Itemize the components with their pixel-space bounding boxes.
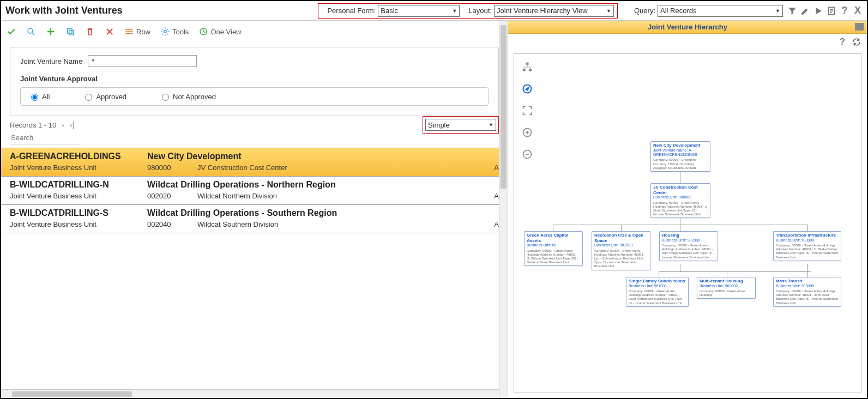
row-bu: 980000	[147, 164, 185, 172]
hierarchy-icon[interactable]	[522, 62, 533, 72]
svg-point-1	[28, 28, 33, 33]
left-panel: Row Tools One View Joint Venture Name Jo…	[1, 21, 508, 398]
table-row[interactable]: B-WILDCATDRILLING-NWildcat Drilling Oper…	[1, 177, 508, 205]
help-icon[interactable]: ?	[837, 37, 847, 47]
row-bu: 002020	[147, 192, 185, 200]
scrollbar-vertical[interactable]	[499, 21, 508, 398]
one-view-menu[interactable]: One View	[198, 27, 241, 37]
document-icon[interactable]	[827, 6, 836, 16]
ok-button[interactable]	[7, 27, 16, 37]
jv-name-label: Joint Venture Name	[20, 57, 82, 65]
row-desc: Wildcat Southern Division	[197, 220, 476, 228]
panel-collapse-icon[interactable]	[855, 23, 864, 31]
close-button[interactable]	[105, 27, 114, 37]
view-mode-select[interactable]: Simple▼	[425, 119, 496, 131]
filter-panel: Joint Venture Name Joint Venture Approva…	[10, 47, 499, 116]
personal-form-label: Personal Form:	[327, 7, 376, 15]
diagram-node[interactable]: Multi-tenant Housing Business Unit: 9820…	[697, 277, 756, 299]
tools-menu[interactable]: Tools	[160, 27, 189, 37]
diagram-node[interactable]: Transportation Infrastructure Business U…	[773, 231, 841, 261]
row-bu: 002040	[147, 220, 185, 228]
jv-name-input[interactable]	[88, 55, 197, 67]
add-button[interactable]	[46, 27, 56, 37]
table-row[interactable]: B-WILDCATDRILLING-SWildcat Drilling Oper…	[1, 205, 508, 233]
records-label: Records 1 - 10	[10, 121, 56, 129]
radio-all[interactable]: All	[28, 92, 50, 101]
row-label: Joint Venture Business Unit	[10, 192, 135, 200]
row-name: Wildcat Drilling Operations - Northern R…	[147, 180, 336, 190]
row-code: B-WILDCATDRILLING-S	[10, 208, 135, 218]
diagram-node[interactable]: Green Acres Capital Assets Business Unit…	[524, 231, 583, 266]
personal-form-select[interactable]: Basic▼	[378, 5, 460, 17]
approval-group: All Approved Not Approved	[20, 87, 489, 106]
diagram-node[interactable]: New City Development Joint Venture Name:…	[650, 141, 710, 172]
zoom-out-icon[interactable]	[522, 149, 533, 160]
app-header: Work with Joint Ventures Personal Form: …	[1, 1, 867, 21]
header-icons: ? X	[787, 6, 863, 16]
compass-icon[interactable]	[522, 83, 533, 94]
chevron-down-icon: ▼	[606, 8, 611, 14]
fit-icon[interactable]	[522, 105, 533, 116]
copy-button[interactable]	[65, 27, 75, 37]
diagram-node[interactable]: Housing Business Unit: 982000 Company: 0…	[659, 231, 718, 261]
scrollbar-horizontal[interactable]	[1, 389, 508, 398]
right-panel: Joint Venture Hierarchy ?	[508, 21, 867, 398]
svg-rect-7	[523, 69, 526, 71]
view-mode-value: Simple	[428, 121, 450, 129]
svg-rect-6	[526, 63, 529, 65]
row-code: B-WILDCATDRILLING-N	[10, 180, 135, 190]
diagram-area[interactable]: New City Development Joint Venture Name:…	[514, 53, 861, 392]
svg-point-4	[164, 31, 167, 33]
approval-title: Joint Venture Approval	[20, 75, 489, 83]
records-grid: A-GREENACREHOLDINGSNew City Development …	[1, 148, 508, 233]
query-value: All Records	[660, 7, 696, 15]
diagram-node[interactable]: Recreation Ctrs & Open Space Business Un…	[592, 231, 650, 270]
radio-not-approved[interactable]: Not Approved	[159, 92, 216, 101]
layout-select[interactable]: Joint Venture Hierarchy View▼	[494, 5, 614, 17]
diagram-node[interactable]: Single Family Subdivisions Business Unit…	[626, 277, 689, 307]
records-bar: Records 1 - 10 › ›| Simple▼	[1, 116, 508, 131]
play-icon[interactable]	[813, 6, 823, 16]
table-row[interactable]: A-GREENACREHOLDINGSNew City Development …	[1, 148, 508, 177]
refresh-icon[interactable]	[852, 37, 861, 47]
close-icon[interactable]: X	[853, 6, 863, 16]
row-code: A-GREENACREHOLDINGS	[10, 152, 135, 161]
row-name: New City Development	[147, 152, 241, 161]
funnel-icon[interactable]	[787, 6, 797, 16]
hierarchy-header: Joint Venture Hierarchy	[508, 21, 867, 34]
form-layout-group: Personal Form: Basic▼ Layout: Joint Vent…	[318, 3, 618, 19]
delete-button[interactable]	[85, 27, 95, 37]
svg-rect-2	[68, 29, 72, 33]
query-select[interactable]: All Records▼	[658, 5, 783, 17]
diagram-node[interactable]: JV Construction Cost Center Business Uni…	[650, 183, 710, 218]
layout-value: Joint Venture Hierarchy View	[497, 7, 588, 15]
zoom-in-icon[interactable]	[522, 127, 533, 138]
diagram-node[interactable]: Mass Transit Business Unit: 983000 Compa…	[773, 277, 841, 307]
row-label: Joint Venture Business Unit	[10, 164, 135, 172]
help-icon[interactable]: ?	[840, 6, 849, 16]
page-title: Work with Joint Ventures	[5, 5, 123, 16]
radio-approved[interactable]: Approved	[82, 92, 126, 101]
last-page-icon[interactable]: ›|	[70, 120, 74, 129]
find-button[interactable]	[26, 27, 36, 37]
row-name: Wildcat Drilling Operations - Southern R…	[147, 208, 337, 218]
svg-rect-8	[529, 69, 532, 71]
next-page-icon[interactable]: ›	[62, 120, 64, 129]
search-input[interactable]	[10, 131, 81, 144]
layout-label: Layout:	[468, 7, 492, 15]
row-desc: Wildcat Northern Division	[197, 192, 476, 200]
personal-form-value: Basic	[381, 7, 398, 15]
chevron-down-icon: ▼	[452, 8, 457, 14]
row-label: Joint Venture Business Unit	[10, 220, 135, 228]
row-menu[interactable]: Row	[124, 27, 150, 37]
row-desc: JV Construction Cost Center	[197, 164, 476, 172]
svg-rect-3	[69, 31, 74, 35]
query-label: Query:	[634, 7, 655, 15]
chevron-down-icon: ▼	[489, 122, 493, 128]
chevron-down-icon: ▼	[775, 8, 780, 14]
pencil-icon[interactable]	[800, 6, 810, 16]
action-bar: Row Tools One View	[1, 21, 508, 43]
